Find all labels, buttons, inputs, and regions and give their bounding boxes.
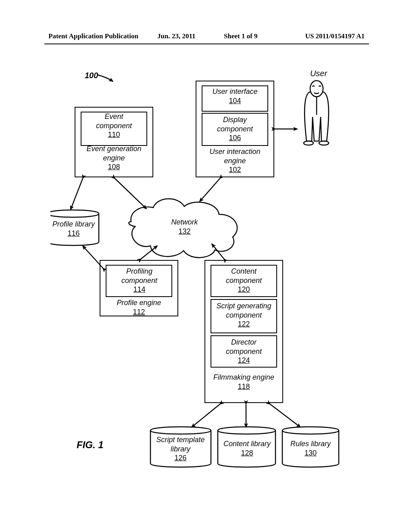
svg-line-12 (270, 404, 300, 427)
svg-line-8 (212, 244, 224, 259)
profile-engine-label: Profile engine 112 (104, 298, 174, 316)
svg-line-5 (200, 179, 220, 202)
header-pubnum: US 2011/0154197 A1 (305, 32, 365, 40)
event-component-label: Event component 110 (83, 112, 145, 139)
script-template-library-label: Script template library 126 (149, 435, 212, 463)
profile-library-label: Profile library 116 (46, 220, 101, 238)
director-component-label: Director component 124 (211, 338, 277, 365)
display-component-label: Display component 106 (202, 115, 268, 143)
profiling-component-label: Profiling component 114 (106, 267, 173, 294)
header-rule (44, 44, 369, 44)
figure-stage: 100 User Event component 110 Event gener… (50, 60, 365, 496)
figure-number-label: 100 (85, 71, 98, 81)
svg-line-7 (141, 246, 157, 259)
header-publication: Patent Application Publication (48, 32, 138, 40)
svg-point-1 (304, 141, 313, 145)
figure-caption: FIG. 1 (77, 439, 104, 451)
rules-library-label: Rules library 130 (282, 439, 339, 457)
svg-line-4 (115, 179, 146, 209)
user-icon (304, 81, 329, 145)
event-generation-engine-label: Event generation engine 108 (79, 144, 149, 172)
svg-point-2 (319, 141, 329, 145)
network-label: Network 132 (153, 218, 216, 236)
svg-line-10 (192, 404, 220, 427)
svg-point-0 (310, 81, 323, 97)
user-interaction-engine-label: User interaction engine 102 (200, 147, 270, 175)
filmmaking-engine-label: Filmmaking engine 118 (209, 373, 279, 391)
user-interface-label: User interface 104 (202, 87, 268, 105)
content-library-label: Content library 128 (218, 439, 276, 457)
user-label: User (302, 69, 335, 79)
page-header: Patent Application Publication Jun. 23, … (0, 32, 413, 40)
script-generating-component-label: Script generating component 122 (211, 301, 277, 329)
header-date: Jun. 23, 2011 (157, 32, 195, 40)
svg-line-6 (71, 179, 83, 210)
header-sheet: Sheet 1 of 9 (224, 32, 258, 40)
content-component-label: Content component 120 (211, 267, 277, 294)
